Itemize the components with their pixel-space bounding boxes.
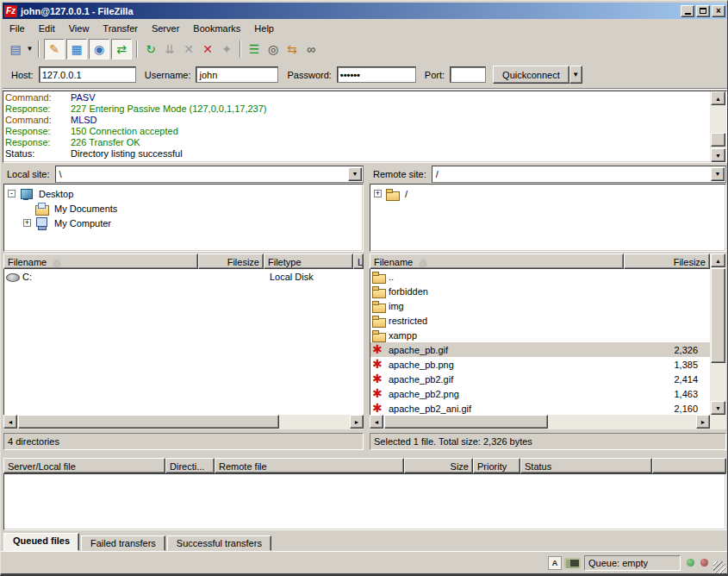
tree-expander-icon[interactable]: +	[23, 219, 31, 227]
column-priority[interactable]: Priority	[473, 458, 520, 473]
close-button[interactable]: ×	[712, 5, 725, 17]
menu-item[interactable]: File	[3, 22, 32, 35]
site-manager-icon[interactable]: ▤	[6, 40, 25, 59]
refresh-icon[interactable]: ↻	[141, 40, 160, 59]
queue-columns-header: Server/Local file Directi... Remote file…	[3, 458, 726, 473]
remote-hscrollbar[interactable]: ◄ ►	[370, 415, 710, 429]
transfer-queue-list[interactable]	[3, 473, 726, 530]
filter-icon[interactable]: ☰	[245, 40, 264, 59]
queue-tab[interactable]: Failed transfers	[81, 535, 165, 551]
local-tree-item[interactable]: + My Computer	[4, 216, 363, 230]
resize-grip[interactable]	[713, 561, 725, 573]
scroll-left-icon[interactable]: ◄	[3, 415, 17, 429]
menu-item[interactable]: Edit	[32, 22, 62, 35]
log-line: Response: 150 Connection accepted	[5, 126, 709, 137]
remote-file-row[interactable]: apache_pb.gif 2,326	[370, 342, 710, 357]
column-filesize[interactable]: Filesize	[624, 254, 710, 269]
remote-vscrollbar[interactable]: ▲ ▼	[710, 254, 726, 429]
menu-item[interactable]: Bookmarks	[186, 22, 247, 35]
local-tree-item[interactable]: My Documents	[4, 201, 363, 216]
tree-expander-icon[interactable]: -	[8, 190, 16, 197]
menu-item[interactable]: Transfer	[96, 22, 145, 35]
column-filename[interactable]: Filename	[370, 254, 624, 269]
scroll-thumb[interactable]	[384, 415, 548, 429]
sort-asc-icon	[420, 260, 426, 266]
remote-tree-toggle-icon[interactable]: ◉	[89, 39, 109, 59]
minimize-button[interactable]	[681, 5, 694, 17]
chevron-down-icon[interactable]: ▼	[711, 167, 725, 181]
compare-icon[interactable]: ◎	[264, 40, 283, 59]
local-tree-toggle-icon[interactable]: ▦	[66, 39, 87, 59]
site-manager-dropdown-icon[interactable]: ▼	[25, 40, 34, 59]
statusbar: A Queue: empty	[1, 551, 727, 573]
remote-file-row[interactable]: ..	[370, 269, 710, 284]
disconnect-icon[interactable]: ✕	[198, 40, 217, 59]
column-status[interactable]: Status	[520, 458, 652, 473]
remote-file-row[interactable]: apache_pb2_ani.gif 2,160	[370, 401, 710, 415]
queue-tabs: Queued files Failed transfers Successful…	[3, 533, 273, 551]
remote-file-row[interactable]: xampp	[370, 328, 710, 342]
cancel-icon[interactable]: ✕	[179, 40, 198, 59]
remote-tree-item[interactable]: + /	[370, 186, 725, 201]
menubar: FileEditViewTransferServerBookmarksHelp	[3, 20, 727, 36]
menu-item[interactable]: Server	[145, 22, 186, 35]
transfer-type-icon[interactable]: A	[548, 556, 562, 570]
message-log-toggle-icon[interactable]: ✎	[44, 39, 65, 59]
scroll-up-icon[interactable]: ▲	[711, 91, 725, 105]
toolbar: ▤ ▼ ✎ ▦ ◉ ⇄ ↻ ⇊ ✕ ✕ ✦ ☰ ◎ ⇆ ∞	[3, 36, 727, 61]
port-input[interactable]	[450, 66, 486, 83]
tree-item-label[interactable]: /	[402, 188, 410, 200]
column-direction[interactable]: Directi...	[165, 458, 215, 473]
remote-file-row[interactable]: restricted	[370, 313, 710, 328]
column-filename[interactable]: Filename	[3, 254, 198, 269]
scroll-down-icon[interactable]: ▼	[711, 148, 725, 162]
keypad-icon[interactable]	[564, 558, 581, 568]
column-server-local-file[interactable]: Server/Local file	[3, 458, 165, 473]
column-size[interactable]: Size	[404, 458, 473, 473]
queue-tab[interactable]: Successful transfers	[167, 535, 271, 551]
remote-file-row[interactable]: apache_pb.png 1,385	[370, 357, 710, 372]
remote-file-row[interactable]: img	[370, 298, 710, 313]
titlebar[interactable]: Fz john@127.0.0.1 - FileZilla ×	[3, 3, 727, 19]
scroll-down-icon[interactable]: ▼	[711, 401, 725, 415]
local-tree-item[interactable]: - Desktop	[4, 186, 363, 201]
quickconnect-button[interactable]: Quickconnect	[493, 66, 569, 84]
scroll-left-icon[interactable]: ◄	[370, 415, 383, 429]
chevron-down-icon[interactable]: ▼	[348, 167, 362, 181]
remote-file-row[interactable]: forbidden	[370, 284, 710, 298]
menu-item[interactable]: Help	[247, 22, 281, 35]
remote-file-row[interactable]: apache_pb2.gif 2,414	[370, 372, 710, 386]
local-file-row[interactable]: C: Local Disk	[4, 269, 364, 284]
tree-item-label[interactable]: My Computer	[52, 217, 114, 229]
scroll-thumb[interactable]	[711, 268, 725, 363]
queue-tab[interactable]: Queued files	[3, 533, 79, 551]
queue-toggle-icon[interactable]: ⇄	[111, 39, 132, 59]
process-queue-icon[interactable]: ⇊	[160, 40, 179, 59]
reconnect-icon[interactable]: ✦	[217, 40, 236, 59]
password-input[interactable]	[337, 66, 416, 83]
local-site-combo[interactable]: \ ▼	[55, 166, 364, 183]
column-remote-file[interactable]: Remote file	[215, 458, 404, 473]
maximize-button[interactable]	[696, 5, 710, 17]
scroll-up-icon[interactable]: ▲	[711, 254, 725, 267]
menu-item[interactable]: View	[62, 22, 96, 35]
local-hscrollbar[interactable]: ◄ ►	[3, 415, 364, 429]
username-input[interactable]	[196, 66, 278, 83]
sync-browsing-icon[interactable]: ⇆	[283, 40, 302, 59]
scroll-thumb[interactable]	[711, 133, 725, 147]
column-filesize[interactable]: Filesize	[198, 254, 264, 269]
find-icon[interactable]: ∞	[302, 40, 320, 59]
column-filetype[interactable]: Filetype	[264, 254, 353, 269]
log-scrollbar[interactable]: ▲ ▼	[710, 91, 726, 162]
column-last-modified[interactable]: L	[353, 254, 364, 269]
tree-expander-icon[interactable]: +	[374, 190, 382, 197]
remote-file-row[interactable]: apache_pb2.png 1,463	[370, 386, 710, 401]
host-input[interactable]	[39, 66, 136, 83]
tree-item-label[interactable]: Desktop	[36, 188, 76, 200]
scroll-right-icon[interactable]: ►	[350, 415, 364, 429]
scroll-thumb[interactable]	[18, 415, 279, 429]
quickconnect-dropdown-icon[interactable]: ▼	[569, 66, 582, 84]
tree-item-label[interactable]: My Documents	[52, 203, 120, 215]
remote-site-combo[interactable]: / ▼	[432, 166, 726, 183]
scroll-right-icon[interactable]: ►	[696, 415, 710, 429]
